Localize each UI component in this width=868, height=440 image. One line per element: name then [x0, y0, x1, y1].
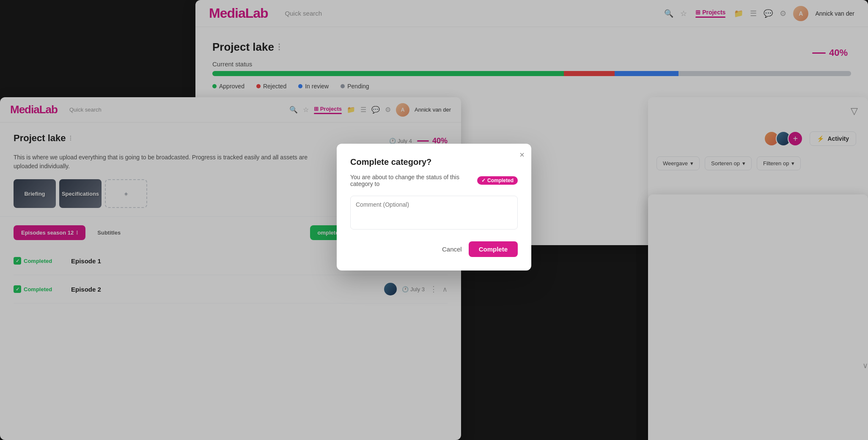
completed-status-pill: ✓ Completed	[477, 176, 518, 185]
modal-actions: Cancel Complete	[350, 241, 518, 257]
check-icon: ✓	[481, 178, 486, 183]
complete-category-modal: × Complete category? You are about to ch…	[337, 144, 531, 271]
modal-overlay: × Complete category? You are about to ch…	[0, 0, 868, 440]
modal-title: Complete category?	[350, 157, 518, 167]
cancel-button[interactable]: Cancel	[442, 246, 462, 253]
modal-description: You are about to change the status of th…	[350, 174, 518, 187]
comment-textarea[interactable]	[350, 196, 518, 230]
modal-close-button[interactable]: ×	[519, 150, 525, 159]
complete-button[interactable]: Complete	[469, 241, 518, 257]
